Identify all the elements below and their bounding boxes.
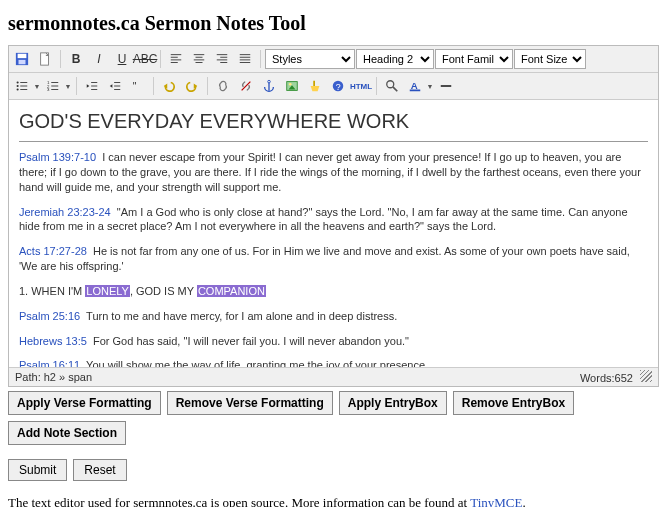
svg-rect-1: [18, 54, 27, 58]
page-title: sermonnotes.ca Sermon Notes Tool: [8, 12, 659, 35]
align-right-button[interactable]: [211, 48, 233, 70]
highlight: LONELY: [85, 285, 130, 297]
align-justify-button[interactable]: [234, 48, 256, 70]
undo-button[interactable]: [158, 75, 180, 97]
verse-reference: Psalm 139:7-10: [19, 151, 96, 163]
strikethrough-button[interactable]: ABC: [134, 48, 156, 70]
svg-point-22: [17, 85, 19, 87]
svg-marker-36: [110, 84, 113, 88]
action-buttons: Apply Verse Formatting Remove Verse Form…: [8, 391, 659, 445]
rich-text-editor: B I U ABC Styles Heading 2 Font Family F…: [8, 45, 659, 387]
verse-reference: Acts 17:27-28: [19, 245, 87, 257]
verse-block: Hebrews 13:5 For God has said, "I will n…: [19, 334, 648, 349]
document-heading: GOD'S EVERYDAY EVERYWHERE WORK: [19, 108, 648, 135]
footer-note: The text editor used for sermnnotes.ca i…: [8, 495, 659, 507]
separator: [60, 50, 61, 68]
toolbar-row-2: ▼ 123 ▼ ": [9, 73, 658, 100]
anchor-button[interactable]: [258, 75, 280, 97]
chevron-down-icon[interactable]: ▼: [33, 83, 41, 90]
svg-point-20: [17, 81, 19, 83]
align-left-button[interactable]: [165, 48, 187, 70]
svg-text:A: A: [411, 80, 418, 91]
status-bar: Path: h2 » span Words:652: [9, 367, 658, 386]
verse-reference: Psalm 16:11: [19, 359, 80, 367]
svg-marker-50: [311, 86, 320, 91]
remove-entrybox-button[interactable]: Remove EntryBox: [453, 391, 574, 415]
font-size-select[interactable]: Font Size: [514, 49, 586, 69]
numbered-list-button[interactable]: 123: [42, 75, 64, 97]
apply-verse-formatting-button[interactable]: Apply Verse Formatting: [8, 391, 161, 415]
add-note-section-button[interactable]: Add Note Section: [8, 421, 126, 445]
underline-button[interactable]: U: [111, 48, 133, 70]
svg-rect-2: [19, 60, 26, 64]
link-button[interactable]: [212, 75, 234, 97]
verse-text: "Am I a God who is only close at hand?" …: [19, 206, 628, 233]
svg-line-54: [393, 87, 397, 91]
verse-block: Psalm 16:11 You will show me the way of …: [19, 358, 648, 367]
editor-content[interactable]: GOD'S EVERYDAY EVERYWHERE WORK Psalm 139…: [9, 100, 658, 367]
chevron-down-icon[interactable]: ▼: [64, 83, 72, 90]
form-buttons: Submit Reset: [8, 459, 659, 481]
verse-text: Turn to me and have mercy, for I am alon…: [86, 310, 397, 322]
image-button[interactable]: [281, 75, 303, 97]
svg-point-24: [17, 88, 19, 90]
toolbar-row-1: B I U ABC Styles Heading 2 Font Family F…: [9, 46, 658, 73]
blockquote-button[interactable]: ": [127, 75, 149, 97]
verse-block: Psalm 139:7-10 I can never escape from y…: [19, 150, 648, 195]
svg-marker-32: [87, 84, 90, 88]
verse-text: For God has said, "I will never fail you…: [93, 335, 409, 347]
verse-block: Psalm 25:16 Turn to me and have mercy, f…: [19, 309, 648, 324]
verse-text: He is not far from any one of us. For in…: [19, 245, 630, 272]
find-button[interactable]: [381, 75, 403, 97]
bold-button[interactable]: B: [65, 48, 87, 70]
svg-point-47: [289, 83, 292, 86]
separator: [207, 77, 208, 95]
outdent-button[interactable]: [81, 75, 103, 97]
italic-button[interactable]: I: [88, 48, 110, 70]
newdoc-icon[interactable]: [34, 48, 56, 70]
verse-text: I can never escape from your Spirit! I c…: [19, 151, 641, 193]
verse-reference: Hebrews 13:5: [19, 335, 87, 347]
save-icon[interactable]: [11, 48, 33, 70]
separator: [260, 50, 261, 68]
element-path[interactable]: Path: h2 » span: [15, 371, 92, 383]
svg-text:?: ?: [336, 82, 341, 92]
svg-rect-49: [313, 81, 315, 86]
svg-rect-56: [410, 90, 421, 92]
separator: [76, 77, 77, 95]
svg-point-53: [387, 81, 394, 88]
word-count: Words:652: [580, 372, 633, 384]
styles-select[interactable]: Styles: [265, 49, 355, 69]
separator: [153, 77, 154, 95]
format-select[interactable]: Heading 2: [356, 49, 434, 69]
remove-verse-formatting-button[interactable]: Remove Verse Formatting: [167, 391, 333, 415]
bullet-list-button[interactable]: [11, 75, 33, 97]
font-family-select[interactable]: Font Family: [435, 49, 513, 69]
html-button[interactable]: HTML: [350, 75, 372, 97]
horizontal-rule: [19, 141, 648, 142]
svg-text:3: 3: [47, 87, 50, 92]
verse-reference: Jeremiah 23:23-24: [19, 206, 111, 218]
verse-text: You will show me the way of life, granti…: [86, 359, 428, 367]
reset-button[interactable]: Reset: [73, 459, 126, 481]
svg-text:": ": [133, 80, 137, 92]
indent-button[interactable]: [104, 75, 126, 97]
forecolor-button[interactable]: A: [404, 75, 426, 97]
apply-entrybox-button[interactable]: Apply EntryBox: [339, 391, 447, 415]
chevron-down-icon[interactable]: ▼: [426, 83, 434, 90]
redo-button[interactable]: [181, 75, 203, 97]
tinymce-link[interactable]: TinyMCE: [470, 495, 522, 507]
verse-block: Acts 17:27-28 He is not far from any one…: [19, 244, 648, 274]
cleanup-button[interactable]: [304, 75, 326, 97]
highlight: COMPANION: [197, 285, 266, 297]
help-button[interactable]: ?: [327, 75, 349, 97]
unlink-button[interactable]: [235, 75, 257, 97]
hr-button[interactable]: [435, 75, 457, 97]
submit-button[interactable]: Submit: [8, 459, 67, 481]
align-center-button[interactable]: [188, 48, 210, 70]
resize-handle[interactable]: [640, 370, 652, 382]
outline-point: 1. WHEN I'M LONELY, GOD IS MY COMPANION: [19, 284, 648, 299]
verse-reference: Psalm 25:16: [19, 310, 80, 322]
verse-block: Jeremiah 23:23-24 "Am I a God who is onl…: [19, 205, 648, 235]
separator: [376, 77, 377, 95]
